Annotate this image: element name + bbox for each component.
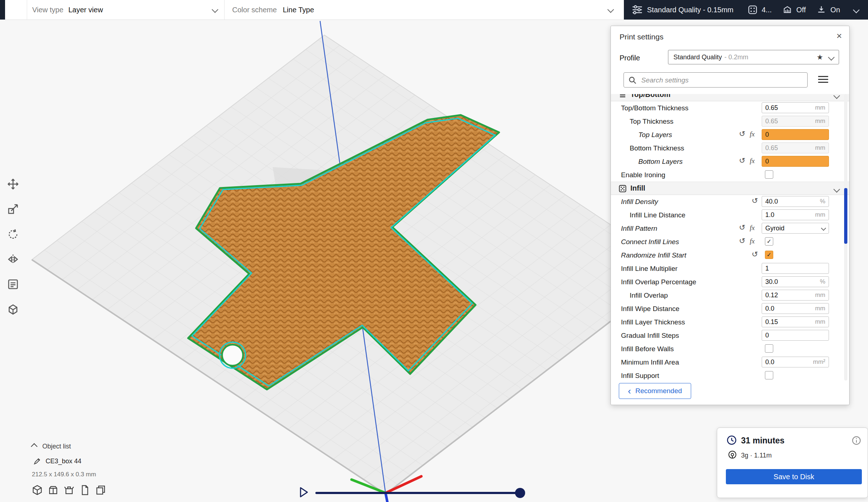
setting-row[interactable]: Infill Overlap0.12mm — [611, 289, 849, 302]
setting-label: Minimum Infill Area — [611, 358, 679, 366]
setting-row[interactable]: Bottom Thickness0.65mm — [611, 141, 849, 155]
setting-dropdown[interactable]: Gyroid — [762, 223, 829, 234]
adhesion-icon — [817, 5, 826, 14]
chevron-down-icon[interactable] — [607, 6, 614, 13]
setting-label: Infill Layer Thickness — [611, 318, 685, 326]
settings-category-row[interactable]: Infill — [611, 182, 849, 195]
print-setup-summary-bar[interactable]: Standard Quality - 0.15mm 4... Off — [624, 0, 868, 20]
pencil-icon — [33, 457, 41, 465]
star-icon[interactable]: ★ — [817, 53, 823, 61]
layers-icon — [619, 94, 626, 99]
setting-value-field[interactable]: 0.65mm — [762, 102, 829, 113]
view-type-dropdown[interactable]: Layer view — [68, 0, 103, 20]
settings-menu-icon[interactable] — [818, 76, 828, 84]
rotate-tool-button[interactable] — [5, 226, 21, 242]
color-scheme-dropdown[interactable]: Line Type — [283, 0, 314, 20]
setting-row[interactable]: Infill Wipe Distance0.0mm — [611, 302, 849, 315]
setting-label: Infill Overlap Percentage — [611, 278, 696, 286]
revert-icon[interactable]: ↺ — [737, 237, 747, 245]
revert-icon[interactable]: ↺ — [750, 250, 760, 259]
color-scheme-label: Color scheme — [232, 0, 277, 20]
search-icon — [628, 76, 637, 85]
job-summary-panel: 31 minutes 3g · 1.11m Save to Disk — [717, 427, 868, 498]
simulation-slider-handle[interactable] — [515, 488, 525, 498]
setting-row[interactable]: Infill Layer Thickness0.15mm — [611, 315, 849, 329]
chevron-down-icon[interactable] — [212, 6, 218, 13]
setting-row[interactable]: Bottom Layers↺fx0 — [611, 155, 849, 168]
setting-row[interactable]: Infill Density↺40.0% — [611, 195, 849, 208]
setting-value-field[interactable]: 30.0% — [762, 276, 829, 287]
setting-row[interactable]: Randomize Infill Start↺✓ — [611, 248, 849, 262]
save-to-disk-button[interactable]: Save to Disk — [726, 469, 862, 484]
info-icon[interactable] — [852, 436, 861, 445]
mirror-tool-button[interactable] — [5, 251, 21, 267]
setting-row[interactable]: Connect Infill Lines↺fx✓ — [611, 235, 849, 248]
per-model-settings-button[interactable] — [5, 276, 21, 292]
scale-tool-button[interactable] — [5, 201, 21, 217]
play-button[interactable] — [299, 487, 309, 498]
setting-row[interactable]: Gradual Infill Steps0 — [611, 329, 849, 342]
profile-dropdown[interactable]: Standard Quality - 0.2mm ★ — [668, 50, 839, 64]
setting-value-field[interactable]: 40.0% — [762, 196, 829, 207]
cube-icon[interactable] — [32, 485, 43, 495]
object-name: CE3_box 44 — [46, 458, 81, 465]
move-tool-button[interactable] — [5, 176, 21, 192]
setting-value-field[interactable]: 0 — [762, 330, 829, 341]
close-icon[interactable]: × — [837, 30, 842, 42]
setting-checkbox[interactable] — [765, 371, 773, 379]
setting-row[interactable]: Enable Ironing — [611, 168, 849, 182]
recommended-mode-button[interactable]: ‹ Recommended — [619, 383, 691, 399]
setting-checkbox[interactable] — [765, 170, 773, 179]
revert-icon[interactable]: ↺ — [750, 196, 760, 205]
copy-icon[interactable] — [95, 485, 106, 495]
setting-row[interactable]: Top Layers↺fx0 — [611, 128, 849, 141]
setting-value-field[interactable]: 0.65mm — [762, 142, 829, 153]
setting-row[interactable]: Infill Support — [611, 369, 849, 380]
object-list-item[interactable]: CE3_box 44 — [33, 457, 81, 465]
simulation-slider-track[interactable] — [315, 492, 520, 494]
print-time-value: 31 minutes — [741, 436, 784, 446]
setting-value-field[interactable]: 0 — [762, 129, 829, 140]
chevron-down-icon[interactable] — [833, 186, 840, 192]
revert-icon[interactable]: ↺ — [737, 156, 747, 165]
sheet-icon[interactable] — [80, 485, 90, 495]
setting-row[interactable]: Infill Before Walls — [611, 342, 849, 356]
scrollbar-thumb[interactable] — [844, 188, 847, 244]
adhesion-badge: On — [830, 6, 840, 14]
setting-value-field[interactable]: 0.15mm — [762, 316, 829, 327]
setting-value-field[interactable]: 0 — [762, 156, 829, 167]
revert-icon[interactable]: ↺ — [737, 223, 747, 232]
setting-value-field[interactable]: 1 — [762, 263, 829, 274]
fx-icon[interactable]: fx — [750, 130, 755, 138]
setting-value-field[interactable]: 0.0mm² — [762, 357, 829, 367]
setting-row[interactable]: Infill Overlap Percentage30.0% — [611, 275, 849, 289]
chevron-down-icon[interactable] — [833, 94, 840, 99]
material-usage-value: 3g · 1.11m — [741, 452, 772, 459]
setting-value-field[interactable]: 0.0mm — [762, 303, 829, 314]
setting-value-field[interactable]: 0.12mm — [762, 290, 829, 301]
fx-icon[interactable]: fx — [750, 224, 755, 232]
setting-row[interactable]: Infill Line Distance1.0mm — [611, 208, 849, 222]
setting-value-field[interactable]: 0.65mm — [762, 116, 829, 127]
setting-checkbox[interactable] — [765, 344, 773, 353]
revert-icon[interactable]: ↺ — [737, 129, 747, 138]
fx-icon[interactable]: fx — [750, 157, 755, 165]
search-input[interactable] — [641, 73, 805, 88]
settings-category-row[interactable]: Top/Bottom — [611, 94, 849, 101]
setting-value-field[interactable]: 1.0mm — [762, 209, 829, 220]
setting-label: Infill Line Distance — [611, 211, 685, 219]
chevron-down-icon[interactable] — [853, 7, 859, 13]
setting-row[interactable]: Top Thickness0.65mm — [611, 115, 849, 128]
setting-row[interactable]: Infill Pattern↺fxGyroid — [611, 222, 849, 235]
setting-row[interactable]: Minimum Infill Area0.0mm² — [611, 356, 849, 369]
fx-icon[interactable]: fx — [750, 237, 755, 245]
box-icon[interactable] — [48, 485, 59, 495]
open-box-icon[interactable] — [64, 485, 75, 495]
setting-label: Randomize Infill Start — [611, 251, 686, 259]
object-list-toggle[interactable]: Object list — [32, 443, 71, 450]
setting-checkbox[interactable]: ✓ — [765, 237, 773, 246]
support-blocker-button[interactable] — [5, 301, 21, 317]
setting-row[interactable]: Top/Bottom Thickness0.65mm — [611, 101, 849, 115]
setting-row[interactable]: Infill Line Multiplier1 — [611, 262, 849, 275]
setting-checkbox[interactable]: ✓ — [765, 251, 773, 259]
